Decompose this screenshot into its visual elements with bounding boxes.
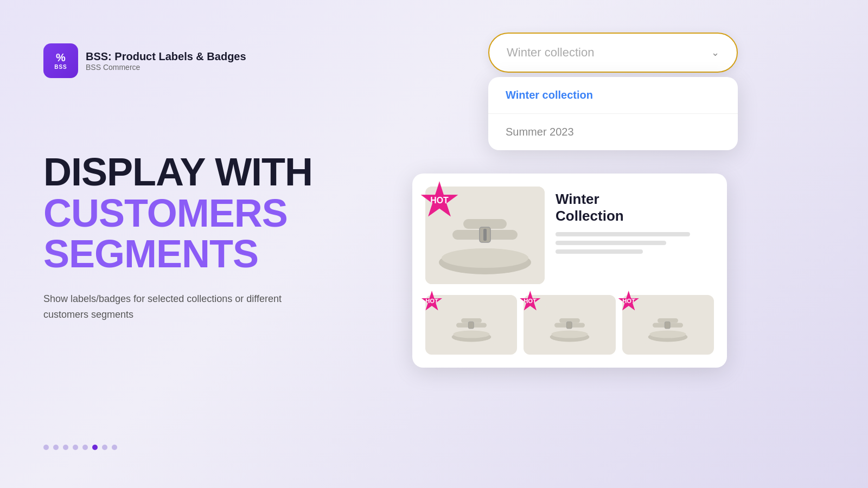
- svg-point-21: [551, 331, 588, 338]
- logo-text: BSS: Product Labels & Badges BSS Commerc…: [86, 50, 246, 72]
- pagination-dots: [43, 445, 117, 450]
- dot-1[interactable]: [43, 445, 49, 450]
- left-content: DISPLAY WITH CUSTOMERS SEGMENTS Show lab…: [43, 152, 312, 322]
- dropdown-item-winter[interactable]: Winter collection: [488, 77, 738, 113]
- dot-3[interactable]: [63, 445, 68, 450]
- svg-rect-8: [483, 229, 487, 241]
- dropdown-selected-value: Winter collection: [507, 46, 594, 60]
- svg-rect-16: [468, 322, 474, 329]
- headline-line3: SEGMENTS: [43, 234, 312, 275]
- right-panel: Winter collection ⌄ Winter collection Su…: [391, 33, 835, 73]
- dropdown-select[interactable]: Winter collection ⌄: [488, 33, 738, 73]
- dropdown-item-summer[interactable]: Summer 2023: [488, 113, 738, 150]
- logo-percent: %: [56, 52, 66, 63]
- small-product-2: HOT: [524, 295, 615, 355]
- small-product-grid: HOT HOT: [425, 295, 714, 355]
- featured-image-wrap: HOT: [425, 187, 545, 284]
- headline-line2: CUSTOMERS: [43, 193, 312, 234]
- featured-info: Winter Collection: [556, 187, 714, 258]
- headline-line1: DISPLAY WITH: [43, 152, 312, 193]
- dropdown-menu: Winter collection Summer 2023: [488, 77, 738, 150]
- svg-text:HOT: HOT: [430, 196, 449, 205]
- dot-5[interactable]: [82, 445, 88, 450]
- small-shoe-3: [622, 295, 714, 355]
- app-title: BSS: Product Labels & Badges: [86, 50, 246, 63]
- logo-bss-label: BSS: [54, 64, 67, 70]
- svg-point-29: [650, 331, 686, 338]
- dropdown-wrapper: Winter collection ⌄ Winter collection Su…: [488, 33, 738, 73]
- logo-area: % BSS BSS: Product Labels & Badges BSS C…: [43, 43, 246, 78]
- dot-6[interactable]: [92, 445, 98, 450]
- svg-rect-24: [566, 322, 572, 329]
- svg-rect-32: [665, 322, 671, 329]
- product-card: HOT Winter: [412, 174, 727, 368]
- chevron-down-icon: ⌄: [711, 47, 719, 59]
- dot-8[interactable]: [112, 445, 117, 450]
- featured-title: Winter Collection: [556, 191, 714, 224]
- small-shoe-2: [524, 295, 615, 355]
- text-placeholder-3: [556, 249, 643, 254]
- logo-icon: % BSS: [43, 43, 78, 78]
- dot-7[interactable]: [102, 445, 107, 450]
- svg-point-13: [453, 331, 489, 338]
- text-placeholder-1: [556, 232, 690, 236]
- dot-4[interactable]: [73, 445, 78, 450]
- svg-point-4: [442, 248, 528, 268]
- text-placeholder-2: [556, 241, 666, 245]
- featured-row: HOT Winter: [425, 187, 714, 284]
- small-product-3: HOT: [622, 295, 714, 355]
- subtitle-text: Show labels/badges for selected collecti…: [43, 291, 304, 323]
- small-product-1: HOT: [425, 295, 517, 355]
- small-shoe-1: [425, 295, 517, 355]
- app-subtitle: BSS Commerce: [86, 63, 246, 72]
- dot-2[interactable]: [53, 445, 59, 450]
